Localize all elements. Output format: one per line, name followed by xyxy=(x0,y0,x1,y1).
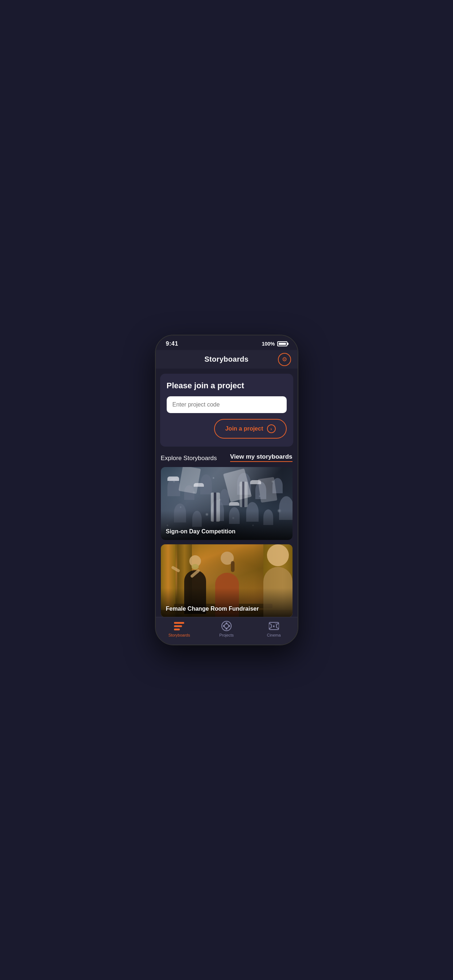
sb-line-3 xyxy=(174,628,180,630)
join-arrow-icon: › xyxy=(267,425,276,433)
card-1-label: Sign-on Day Competition xyxy=(166,528,236,535)
settings-button[interactable]: ⚙ xyxy=(278,353,291,366)
explore-header: Explore Storyboards View my storyboards xyxy=(161,453,292,462)
join-btn-container: Join a project › xyxy=(167,419,287,439)
tab-storyboards[interactable]: Storyboards xyxy=(156,621,203,637)
film-dot xyxy=(226,622,228,624)
film-dot xyxy=(228,625,230,627)
page-header: Storyboards ⚙ xyxy=(156,350,298,369)
join-project-card: Please join a project Join a project › xyxy=(160,374,293,447)
story-card-1[interactable]: Sign-on Day Competition xyxy=(161,467,292,540)
status-bar: 9:41 100% xyxy=(156,336,298,350)
project-code-input[interactable] xyxy=(167,396,287,413)
star-icon: ★ xyxy=(272,624,275,628)
battery-icon xyxy=(277,341,287,346)
card-gradient-1 xyxy=(161,511,292,540)
gear-icon: ⚙ xyxy=(282,356,287,363)
hair-bun xyxy=(191,564,199,570)
page-title: Storyboards xyxy=(204,355,248,363)
cap xyxy=(167,477,179,481)
battery-percent: 100% xyxy=(262,341,275,347)
explore-title: Explore Storyboards xyxy=(161,455,217,462)
cinema-ticket-icon: ★ xyxy=(269,622,279,630)
cap xyxy=(250,480,261,484)
explore-section: Explore Storyboards View my storyboards xyxy=(156,452,298,617)
join-project-button[interactable]: Join a project › xyxy=(214,419,286,439)
projects-tab-label: Projects xyxy=(219,633,234,637)
ticket-dot xyxy=(275,624,276,624)
storyboards-icon xyxy=(174,622,184,630)
pf-head xyxy=(267,544,289,566)
cinema-tab-label: Cinema xyxy=(267,633,281,637)
sb-line-2 xyxy=(174,625,182,627)
tab-cinema[interactable]: ★ Cinema xyxy=(250,621,298,637)
flag-shape xyxy=(179,467,201,494)
card-2-label: Female Change Room Fundraiser xyxy=(166,606,259,612)
view-my-storyboards-link[interactable]: View my storyboards xyxy=(230,453,292,462)
ponytail xyxy=(231,561,234,572)
cinema-tab-icon: ★ xyxy=(269,621,279,631)
join-card-title: Please join a project xyxy=(167,381,287,390)
tab-bar: Storyboards Projects ★ xyxy=(156,617,298,644)
status-time: 9:41 xyxy=(166,340,179,347)
join-button-label: Join a project xyxy=(225,425,263,432)
tab-projects[interactable]: Projects xyxy=(203,621,250,637)
storyboards-tab-icon xyxy=(174,621,184,631)
projects-tab-icon xyxy=(222,621,231,631)
story-card-2[interactable]: Female Change Room Fundraiser xyxy=(161,544,292,617)
striped-jersey xyxy=(239,482,248,507)
storyboards-tab-label: Storyboards xyxy=(169,633,190,637)
status-right: 100% xyxy=(262,341,287,347)
cap xyxy=(229,502,239,506)
film-dot xyxy=(226,628,228,630)
film-dot xyxy=(223,625,225,627)
main-content: Please join a project Join a project › E… xyxy=(156,369,298,617)
card-gradient-2 xyxy=(161,588,292,617)
ticket-dots xyxy=(275,624,277,624)
ticket-dot xyxy=(276,624,277,624)
phone-frame: 9:41 100% Storyboards ⚙ Please join a pr… xyxy=(155,335,298,645)
battery-fill xyxy=(279,343,286,345)
cap xyxy=(194,483,204,487)
sb-line-1 xyxy=(174,622,184,624)
film-reel-icon xyxy=(222,621,231,631)
